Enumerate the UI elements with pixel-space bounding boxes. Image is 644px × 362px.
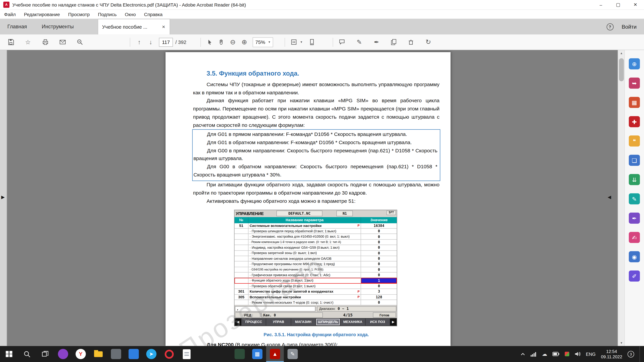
telegram[interactable]: ➤ [142,346,160,362]
parameter-name: · Энергонезавис. настройка для #10450-#1… [248,234,361,239]
previous-page-icon[interactable]: ↑ [134,36,145,48]
sign-in-button[interactable]: Войти [622,24,636,30]
parameter-value: 128 [361,295,397,300]
cloud-icon[interactable]: ☁ [542,351,547,357]
app-colorgrid[interactable] [196,346,213,362]
combine-files-icon[interactable]: ❏ [629,155,640,166]
menu-item[interactable]: Просмотр [68,12,90,16]
scrollbar-thumb[interactable] [619,58,624,81]
minimize-button[interactable]: – [592,0,610,9]
tools-pane-toggle-icon[interactable]: ◀ [608,195,611,200]
edit-pdf-icon[interactable]: ✎ [629,193,640,204]
find-icon[interactable] [74,36,86,48]
vertical-scrollbar[interactable]: ▲ ▼ [618,50,624,346]
app-hive[interactable] [213,346,231,362]
help-icon[interactable]: ? [606,23,614,30]
start-button[interactable] [0,346,18,362]
print-icon[interactable] [40,36,51,48]
menu-item[interactable]: Справка [144,12,163,16]
tray-app-icon[interactable] [565,352,569,356]
nav-pane-toggle-icon[interactable]: ▶ [1,195,5,200]
window-title: Учебное пособие по наладке станков с ЧПУ… [12,2,246,7]
pdf-page: 3.5. Функция обратного хода. Системы ЧПУ… [166,52,451,346]
scrolling-mode-icon[interactable] [306,36,318,48]
taskbar: Y➤▦▲✎ ☁ ENG 12:54 09.11.2022 3 [0,346,644,362]
word-document[interactable] [178,346,196,362]
stamp-icon[interactable]: ◉ [629,251,640,262]
highlight-tool-icon[interactable]: ✎ [354,36,365,48]
star-icon[interactable]: ☆ [22,36,34,48]
chevron-down-icon: ▾ [268,40,270,44]
tab-document[interactable]: Учебное пособие ... ✕ [98,19,170,34]
fill-sign-icon[interactable]: ✒ [629,213,640,224]
tab-tools[interactable]: Инструменты [34,19,81,34]
cnc-range-label: Диапазон:0 ~ 1 [317,306,396,312]
volume-icon[interactable] [575,351,580,357]
app-blue-icon [129,349,139,359]
show-desktop-button[interactable] [640,346,642,362]
select-tool-icon[interactable] [204,36,216,48]
calculator[interactable]: ▦ [248,346,266,362]
email-icon[interactable] [57,36,68,48]
chevron-up-icon[interactable] [520,352,526,357]
taskbar-search-button[interactable] [18,346,36,362]
scroll-down-icon[interactable]: ▼ [618,340,625,346]
zoom-tools-icon[interactable]: ⊕ [629,58,640,69]
page-number-input[interactable] [159,37,173,46]
language-indicator[interactable]: ENG [586,352,596,357]
zoom-in-icon[interactable]: ⊕ [238,36,250,48]
parameter-row: · Проверка запретной зоны (0: выкл; 1:вк… [234,251,397,256]
rotate-icon[interactable]: ↻ [422,36,434,48]
yandex-browser[interactable]: Y [72,346,90,362]
tab-home[interactable]: Главная [0,19,34,34]
measure-icon[interactable]: ✐ [629,271,640,282]
parameter-number [234,256,248,261]
save-icon[interactable] [5,36,16,48]
next-page-icon[interactable]: ↓ [145,36,156,48]
clock[interactable]: 12:54 09.11.2022 [601,349,622,359]
menu-item[interactable]: Подпись [98,12,116,16]
menu-item[interactable]: Окно [125,12,136,16]
request-signatures-icon[interactable]: ✍ [629,232,640,243]
fill-sign-tool-icon[interactable]: ✒ [371,36,382,48]
tools-rail: ⊕➥▦✚❝❏⇊✎✒✍◉✐ [624,50,644,346]
export-pages-icon[interactable] [388,36,400,48]
create-pdf-icon[interactable]: ✚ [629,116,640,127]
paragraph: Данная функция работает при нажатии клав… [193,97,440,129]
network-icon[interactable] [531,352,536,357]
tab-close-icon[interactable]: ✕ [162,25,165,29]
parameter-row: · Продолжение программы после M96 (0:сле… [234,262,397,267]
chevron-down-icon[interactable]: ▾ [300,40,302,44]
parameter-name: · Проверка запретной зоны (0: выкл; 1:вк… [248,251,361,256]
acrobat-reader[interactable]: ▲ [266,346,284,362]
fit-width-icon[interactable] [288,36,300,48]
comment-icon[interactable]: ❝ [629,135,640,146]
file-explorer[interactable] [90,346,107,362]
compress-pdf-icon[interactable]: ⇊ [629,174,640,185]
zoom-out-icon[interactable]: ⊖ [227,36,239,48]
scroll-up-icon[interactable]: ▲ [618,50,625,56]
hand-tool-icon[interactable] [216,36,227,48]
maximize-button[interactable]: ▢ [610,0,627,9]
notifications-icon[interactable]: 3 [628,351,634,357]
app-blue[interactable] [125,346,142,362]
cnc-softkey: МАГАЗИН [291,319,315,326]
delete-icon[interactable] [405,36,417,48]
battery-icon[interactable] [552,352,560,356]
close-button[interactable]: ✕ [627,0,644,9]
task-view-button[interactable] [36,346,54,362]
parameter-row: · Режим компенсации 1-й точки в радиусе … [234,240,397,245]
zoom-level-dropdown[interactable]: 75% ▾ [252,37,273,47]
app-purple-circle[interactable] [54,346,72,362]
parameter-row: 305Вспомогательные настройкиP128 [234,295,397,300]
comment-tool-icon[interactable] [336,36,348,48]
app-cube[interactable] [231,346,248,362]
menu-item[interactable]: Редактирование [24,12,60,16]
organize-pages-icon[interactable]: ▦ [629,97,640,108]
opera[interactable] [160,346,178,362]
menu-item[interactable]: Файл [4,12,16,16]
acrobat-icon: A [3,2,10,8]
app-gray[interactable] [107,346,125,362]
export-pdf-icon[interactable]: ➥ [629,78,640,89]
pen-app[interactable]: ✎ [284,346,301,362]
